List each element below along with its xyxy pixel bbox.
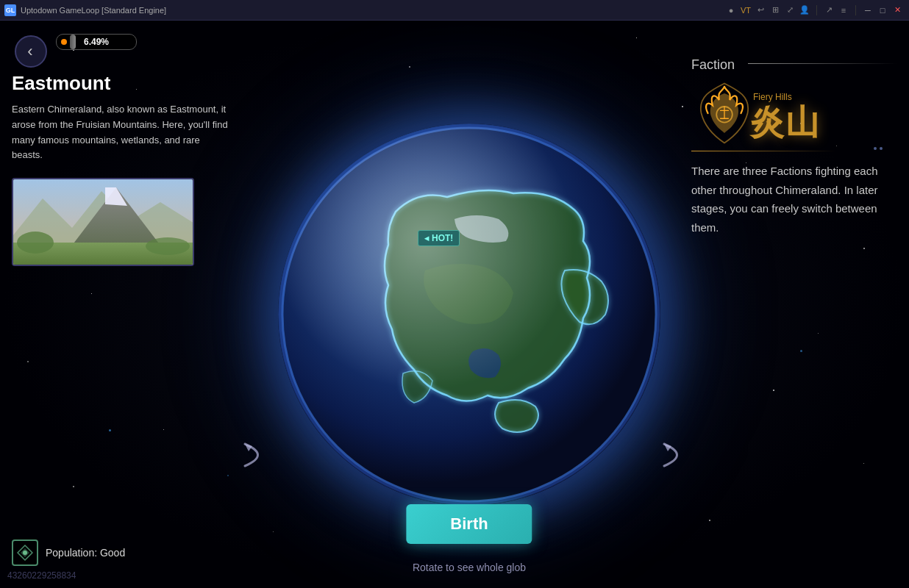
faction-chinese-name: Fiery Hills 炎山 [750,92,821,139]
tb-icon-1[interactable]: ● [725,4,737,16]
region-description: Eastern Chimeraland, also known as Eastm… [12,102,232,163]
tb-icon-grid[interactable]: ⊞ [769,4,781,16]
population-icon [12,539,38,566]
hot-label-text: HOT! [432,233,453,243]
faction-header: Faction [691,57,897,73]
serial-number: 43260229258834 [0,570,76,581]
svg-point-9 [23,551,27,555]
globe-container: HOT! Birth Rotate to see whole glob [235,41,703,588]
globe-wrapper[interactable]: HOT! [263,109,675,520]
svg-marker-16 [664,444,671,451]
main-content: ‹ 6.49% Eastmount Eastern Chimeraland, a… [0,21,909,588]
svg-point-14 [282,127,657,502]
tb-icon-menu[interactable]: ≡ [838,4,849,16]
svg-point-5 [17,232,54,254]
tb-sep-2 [855,5,856,15]
faction-label: Faction [691,57,735,73]
titlebar-title: Uptodown GameLoop [Standard Engine] [21,6,725,15]
progress-text: 6.49% [57,37,136,47]
svg-point-6 [146,237,190,255]
tb-sep-1 [816,5,817,15]
left-panel: Eastmount Eastern Chimeraland, also know… [12,57,232,281]
close-button[interactable]: ✕ [891,4,903,16]
tb-icon-2[interactable]: VT [740,4,752,16]
progress-bar-container: 6.49% [56,34,137,50]
faction-top-row: Fiery Hills 炎山 [691,80,897,139]
faction-description: There are three Factions fighting each o… [691,162,897,237]
hot-label: HOT! [418,230,460,246]
titlebar-icon: GL [4,4,16,16]
faction-subtitle: Fiery Hills [753,92,821,102]
progress-area: 6.49% [56,34,137,50]
right-panel: Faction [691,57,897,237]
minimize-button[interactable]: ─ [862,4,874,16]
population-text: Population: Good [46,547,125,559]
region-thumbnail-image [13,179,193,265]
birth-button[interactable]: Birth [406,504,532,544]
right-nav-arrow[interactable] [660,440,697,476]
tb-icon-undo[interactable]: ↩ [755,4,766,16]
globe-svg [278,123,660,506]
faction-zh-characters: 炎山 [750,105,821,139]
svg-marker-15 [245,444,252,451]
titlebar-controls: ● VT ↩ ⊞ ⤢ 👤 ↗ ≡ ─ □ ✕ [725,4,909,16]
faction-logo [691,80,750,139]
region-thumbnail [12,178,194,266]
region-name: Eastmount [12,72,232,95]
tb-icon-user[interactable]: 👤 [799,4,810,16]
titlebar: GL Uptodown GameLoop [Standard Engine] ●… [0,0,909,21]
left-nav-arrow[interactable] [241,440,278,476]
tb-icon-expand[interactable]: ⤢ [784,4,796,16]
maximize-button[interactable]: □ [877,4,888,16]
population-row: Population: Good [12,539,125,566]
tb-icon-arrow[interactable]: ↗ [823,4,835,16]
rotate-hint: Rotate to see whole glob [413,562,526,573]
